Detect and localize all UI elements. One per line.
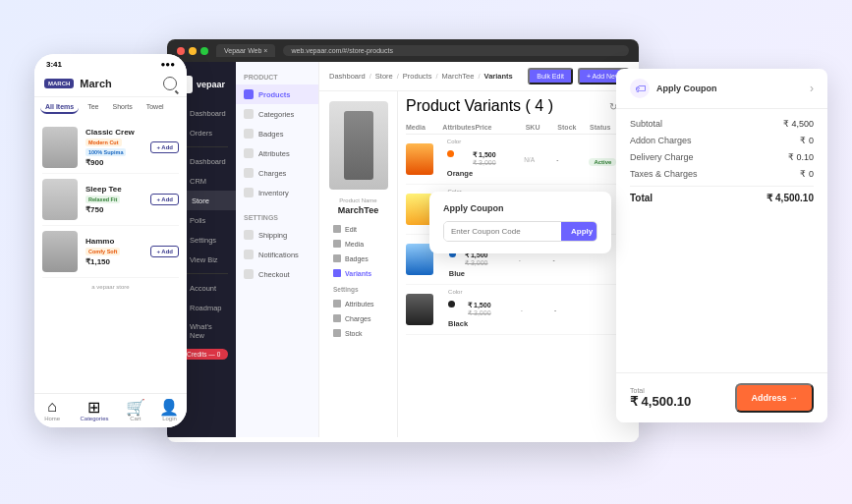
mid-nav-notifications-label: Notifications (258, 251, 299, 259)
product-info: Classic Crew Modern Cut 100% Supima ₹900 (85, 128, 142, 167)
mobile-app: 3:41 ●●● MARCH March All Items Tee Short… (34, 54, 187, 427)
maximize-button[interactable] (200, 47, 208, 55)
breadcrumb-marchtee: MarchTee (442, 72, 475, 81)
sidebar-label-view-biz: View Biz (190, 255, 218, 264)
coupon-section[interactable]: 🏷 Apply Coupon › (616, 69, 827, 109)
variant-stock-col: - (552, 256, 587, 263)
col-header-media: Media (406, 124, 442, 131)
product-price: ₹1,150 (85, 257, 142, 266)
mid-nav-shipping[interactable]: Shipping (236, 225, 318, 245)
delivery-row: Delivery Charge ₹ 0.10 (630, 152, 814, 162)
product-info: Sleep Tee Relaxed Fit ₹750 (85, 185, 142, 214)
coupon-input-wrapper: Apply (443, 221, 597, 242)
color-name: Orange (447, 169, 473, 178)
col-header-attributes: Attributes (442, 124, 475, 131)
mid-nav-attributes[interactable]: Attributes (236, 143, 318, 163)
stock-button[interactable]: Stock (329, 327, 387, 339)
delivery-value: ₹ 0.10 (788, 152, 814, 162)
coupon-text: Apply Coupon (656, 84, 717, 93)
media-button[interactable]: Media (329, 238, 387, 250)
color-dot (447, 150, 454, 157)
tab-shorts[interactable]: Shorts (107, 101, 137, 114)
media-label: Media (345, 241, 364, 248)
minimize-button[interactable] (189, 47, 197, 55)
nav-home[interactable]: ⌂ Home (44, 400, 60, 421)
search-icon[interactable] (163, 77, 177, 90)
total-label: Total (630, 193, 653, 203)
coupon-input[interactable] (444, 222, 561, 241)
edit-label: Edit (345, 226, 357, 233)
tab-tee[interactable]: Tee (83, 101, 103, 114)
mobile-signal: ●●● (161, 60, 176, 69)
color-name: Black (448, 319, 468, 328)
apply-coupon-title: Apply Coupon (443, 203, 597, 213)
mobile-products: Classic Crew Modern Cut 100% Supima ₹900… (34, 118, 187, 282)
browser-tab[interactable]: Vepaar Web × (216, 44, 275, 57)
variants-header: Product Variants ( 4 ) ↻ ⚙ (406, 97, 631, 115)
addon-value: ₹ 0 (800, 136, 814, 145)
nav-categories[interactable]: ⊞ Categories (80, 400, 108, 421)
nav-login[interactable]: 👤 Login (162, 400, 177, 421)
mid-nav-categories[interactable]: Categories (236, 104, 318, 124)
table-row: Color Orange ₹ 1,500 ₹ 3,000 (406, 135, 631, 185)
breadcrumb-products: Products (403, 72, 432, 81)
product-tags: Relaxed Fit (85, 196, 142, 203)
product-thumbnail (42, 231, 78, 272)
variant-media-col (406, 294, 444, 325)
mid-nav-badges[interactable]: Badges (236, 124, 318, 143)
edit-button[interactable]: Edit (329, 223, 387, 235)
add-product-button[interactable]: + Add (150, 246, 179, 257)
apply-coupon-overlay: Apply Coupon Apply (429, 192, 611, 253)
mid-nav-charges[interactable]: Charges (236, 163, 318, 183)
coupon-left: 🏷 Apply Coupon (630, 79, 717, 98)
checkout-icon (244, 269, 254, 279)
browser-url-bar[interactable]: web.vepaar.com/#/store-products (283, 45, 629, 56)
mobile-status-bar: 3:41 ●●● (34, 54, 187, 73)
delivery-label: Delivery Charge (630, 152, 694, 162)
bulk-edit-button[interactable]: Bulk Edit (528, 68, 573, 84)
apply-coupon-button[interactable]: Apply (561, 222, 597, 241)
close-button[interactable] (177, 47, 185, 55)
march-badge: MARCH (44, 79, 74, 88)
variants-panel: Product Variants ( 4 ) ↻ ⚙ (398, 91, 639, 437)
nav-cart-label: Cart (130, 416, 141, 421)
tab-towel[interactable]: Towel (142, 101, 169, 114)
tab-all-items[interactable]: All Items (40, 101, 79, 114)
attributes-settings-button[interactable]: Attributes (329, 298, 387, 309)
media-icon (333, 240, 341, 248)
header-actions: Bulk Edit + Add New (528, 68, 629, 84)
mid-nav-checkout[interactable]: Checkout (236, 264, 318, 284)
tag-material: 100% Supima (85, 148, 126, 156)
add-product-button[interactable]: + Add (150, 141, 179, 153)
main-header: Dashboard / Store / Products / MarchTee … (319, 62, 639, 91)
sidebar-label-store: Store (192, 196, 209, 205)
variant-color-value: Orange (447, 144, 473, 180)
product-thumbnail (42, 179, 78, 220)
sidebar-label-orders: Orders (190, 129, 212, 138)
product-detail-area: Product Name MarchTee Edit Media (319, 91, 639, 437)
list-item: Sleep Tee Relaxed Fit ₹750 + Add (42, 174, 179, 226)
mid-nav-categories-label: Categories (258, 110, 294, 119)
breadcrumb-dashboard: Dashboard (329, 72, 366, 81)
shipping-icon (244, 230, 254, 240)
add-product-button[interactable]: + Add (150, 194, 179, 205)
product-section-label: Product (236, 70, 318, 84)
mid-nav-notifications[interactable]: Notifications (236, 245, 318, 264)
variants-button[interactable]: Variants (329, 267, 387, 279)
charges-settings-button[interactable]: Charges (329, 312, 387, 324)
address-button[interactable]: Address → (735, 383, 814, 413)
cart-footer: Total ₹ 4,500.10 Address → (616, 372, 827, 422)
variant-attribute-col: Color Orange (443, 139, 473, 180)
badges-button[interactable]: Badges (329, 252, 387, 264)
charges-settings-icon (333, 314, 341, 322)
list-item: Hammo Comfy Soft ₹1,150 + Add (42, 226, 179, 278)
breadcrumb-current: Variants (484, 72, 513, 81)
sidebar-label-dashboard: Dashboard (190, 109, 226, 118)
nav-cart[interactable]: 🛒 Cart (129, 400, 142, 421)
footer-total: Total ₹ 4,500.10 (630, 387, 691, 409)
cart-icon: 🛒 (129, 400, 142, 414)
product-tags: Modern Cut 100% Supima (85, 139, 142, 156)
mid-nav-products[interactable]: Products (236, 84, 318, 104)
logo-text: vepaar (197, 80, 225, 89)
mid-nav-inventory[interactable]: Inventory (236, 183, 318, 202)
